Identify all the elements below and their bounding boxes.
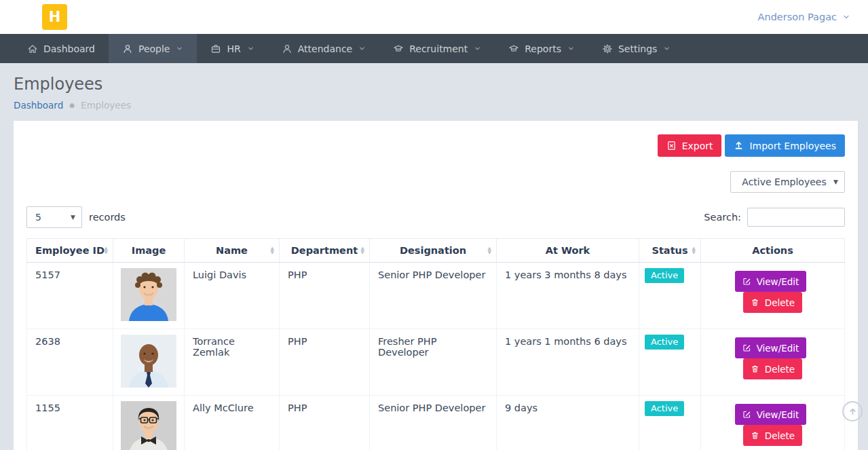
search-input[interactable] xyxy=(747,208,845,227)
chevron-down-icon xyxy=(358,45,366,52)
column-header-image: Image xyxy=(113,239,185,263)
employee-department-cell: PHP xyxy=(280,329,370,396)
sort-icon: ▲▼ xyxy=(361,246,364,255)
import-employees-button[interactable]: Import Employees xyxy=(725,134,845,157)
employee-actions-cell: View/EditDelete xyxy=(701,329,845,396)
nav-item-reports[interactable]: Reports xyxy=(495,34,588,63)
chevron-down-icon xyxy=(474,45,481,52)
employees-card: Export Import Employees Active Employees… xyxy=(14,121,858,450)
table-row: 5157Luigi DavisPHPSenior PHP Developer1 … xyxy=(27,263,845,329)
employee-status-cell: Active xyxy=(639,396,701,450)
nav-item-label: People xyxy=(138,43,170,54)
delete-button-label: Delete xyxy=(765,297,795,308)
sort-icon: ▲▼ xyxy=(488,246,491,255)
column-header-label: Actions xyxy=(752,245,793,256)
employee-name-cell: Ally McClure xyxy=(185,396,280,450)
column-header-department[interactable]: Department▲▼ xyxy=(280,239,370,263)
view-edit-button[interactable]: View/Edit xyxy=(735,271,807,292)
employee-photo xyxy=(121,401,176,450)
export-button[interactable]: Export xyxy=(658,134,722,157)
chevron-down-icon xyxy=(567,45,575,52)
employee-photo xyxy=(121,335,176,388)
employee-actions-cell: View/EditDelete xyxy=(701,396,845,450)
scroll-to-top-button[interactable] xyxy=(842,401,863,421)
delete-button-label: Delete xyxy=(765,430,795,441)
nav-item-hr[interactable]: HR xyxy=(197,34,267,63)
nav-item-recruitment[interactable]: Recruitment xyxy=(379,34,495,63)
chevron-down-icon xyxy=(247,45,254,52)
column-header-name[interactable]: Name▲▼ xyxy=(185,239,280,263)
nav-item-label: HR xyxy=(227,43,240,54)
nav-item-dashboard[interactable]: Dashboard xyxy=(14,34,109,63)
import-button-label: Import Employees xyxy=(749,140,836,151)
employee-image-cell xyxy=(113,263,185,329)
employee-name-cell: Luigi Davis xyxy=(185,263,280,329)
employee-at-work-cell: 9 days xyxy=(497,396,639,450)
edit-icon xyxy=(742,343,751,352)
app-logo[interactable]: H xyxy=(42,4,67,30)
user-menu[interactable]: Anderson Pagac xyxy=(758,12,850,22)
graduation-cap-icon xyxy=(393,43,404,54)
delete-button[interactable]: Delete xyxy=(743,358,802,379)
column-header-designation[interactable]: Designation▲▼ xyxy=(370,239,497,263)
column-header-label: At Work xyxy=(546,245,590,256)
nav-item-label: Attendance xyxy=(298,43,352,54)
column-header-label: Designation xyxy=(400,245,466,256)
employee-status-cell: Active xyxy=(639,329,701,396)
home-icon xyxy=(27,43,38,54)
employee-name-cell: Torrance Zemlak xyxy=(185,329,280,396)
trash-icon xyxy=(751,364,759,373)
trash-icon xyxy=(751,431,759,440)
view-edit-button-label: View/Edit xyxy=(757,276,799,287)
page-title: Employees xyxy=(14,75,854,94)
export-button-label: Export xyxy=(682,140,713,151)
length-selected-value: 5 xyxy=(35,212,41,223)
employee-image-cell xyxy=(113,396,185,450)
user-icon xyxy=(282,43,293,54)
column-header-status[interactable]: Status▲▼ xyxy=(639,239,701,263)
employee-table-body: 5157Luigi DavisPHPSenior PHP Developer1 … xyxy=(27,263,845,450)
select-caret-icon: ▼ xyxy=(833,179,838,185)
nav-item-settings[interactable]: Settings xyxy=(588,34,684,63)
view-edit-button-label: View/Edit xyxy=(757,409,799,420)
nav-item-attendance[interactable]: Attendance xyxy=(268,34,379,63)
sort-icon: ▲▼ xyxy=(271,246,274,255)
column-header-label: Department xyxy=(291,245,358,256)
sort-icon: ▲▼ xyxy=(105,246,108,255)
nav-item-label: Dashboard xyxy=(43,43,95,54)
page-length-select[interactable]: 5 ▼ xyxy=(26,206,82,228)
delete-button[interactable]: Delete xyxy=(743,425,802,446)
search-label: Search: xyxy=(704,212,741,223)
employee-filter-select[interactable]: Active Employees ▼ xyxy=(730,171,845,193)
employee-at-work-cell: 1 years 3 months 8 days xyxy=(497,263,639,329)
employee-designation-cell: Senior PHP Developer xyxy=(370,263,497,329)
table-row: 2638Torrance ZemlakPHPFresher PHP Develo… xyxy=(27,329,845,396)
delete-button[interactable]: Delete xyxy=(743,292,802,313)
employee-at-work-cell: 1 years 1 months 6 days xyxy=(497,329,639,396)
breadcrumb-dashboard-link[interactable]: Dashboard xyxy=(14,100,63,111)
delete-button-label: Delete xyxy=(765,364,795,375)
column-header-actions: Actions xyxy=(701,239,845,263)
view-edit-button[interactable]: View/Edit xyxy=(735,404,807,425)
view-edit-button[interactable]: View/Edit xyxy=(735,337,807,358)
records-label: records xyxy=(89,212,126,223)
status-badge: Active xyxy=(645,268,684,283)
select-caret-icon: ▼ xyxy=(71,214,75,221)
employee-department-cell: PHP xyxy=(280,396,370,450)
table-header-row: Employee ID▲▼ImageName▲▼Department▲▼Desi… xyxy=(27,239,845,263)
column-header-employee-id[interactable]: Employee ID▲▼ xyxy=(27,239,113,263)
user-name: Anderson Pagac xyxy=(758,12,837,22)
employee-department-cell: PHP xyxy=(280,263,370,329)
employee-photo xyxy=(121,268,176,321)
nav-item-people[interactable]: People xyxy=(109,34,197,63)
status-badge: Active xyxy=(645,401,684,416)
edit-icon xyxy=(742,410,751,419)
arrow-up-icon xyxy=(848,407,858,417)
nav-item-label: Settings xyxy=(618,43,657,54)
view-edit-button-label: View/Edit xyxy=(757,343,799,354)
breadcrumb-separator-dot: ● xyxy=(69,102,75,109)
column-header-label: Name xyxy=(216,245,248,256)
employee-image-cell xyxy=(113,329,185,396)
sort-icon: ▲▼ xyxy=(692,246,696,255)
topbar: H Anderson Pagac xyxy=(0,0,868,34)
